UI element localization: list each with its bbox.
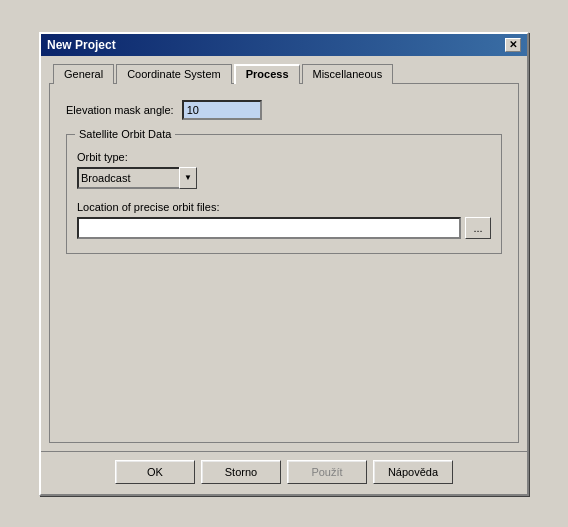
main-window: New Project ✕ General Coordinate System … — [39, 32, 529, 496]
tab-miscellaneous[interactable]: Miscellaneous — [302, 64, 394, 84]
satellite-orbit-group: Satellite Orbit Data Orbit type: Broadca… — [66, 134, 502, 254]
location-label: Location of precise orbit files: — [77, 201, 491, 213]
group-legend: Satellite Orbit Data — [75, 128, 175, 140]
browse-button[interactable]: ... — [465, 217, 491, 239]
ok-button[interactable]: OK — [115, 460, 195, 484]
orbit-type-row: Broadcast Precise ▼ — [77, 167, 491, 189]
elevation-mask-row: Elevation mask angle: — [66, 100, 502, 120]
group-content: Orbit type: Broadcast Precise ▼ Location… — [77, 151, 491, 239]
location-input[interactable] — [77, 217, 461, 239]
orbit-type-select[interactable]: Broadcast Precise — [77, 167, 197, 189]
tab-coordinate-system[interactable]: Coordinate System — [116, 64, 232, 84]
elevation-mask-label: Elevation mask angle: — [66, 104, 174, 116]
elevation-mask-input[interactable] — [182, 100, 262, 120]
help-button[interactable]: Nápověda — [373, 460, 453, 484]
title-bar: New Project ✕ — [41, 34, 527, 56]
tab-bar: General Coordinate System Process Miscel… — [49, 64, 519, 84]
content-area: General Coordinate System Process Miscel… — [41, 56, 527, 451]
location-row: ... — [77, 217, 491, 239]
footer: OK Storno Použít Nápověda — [41, 451, 527, 494]
cancel-button[interactable]: Storno — [201, 460, 281, 484]
tab-process[interactable]: Process — [234, 64, 300, 84]
window-title: New Project — [47, 38, 116, 52]
orbit-type-dropdown-wrapper: Broadcast Precise ▼ — [77, 167, 197, 189]
tab-general[interactable]: General — [53, 64, 114, 84]
apply-button[interactable]: Použít — [287, 460, 367, 484]
close-button[interactable]: ✕ — [505, 38, 521, 52]
orbit-type-label: Orbit type: — [77, 151, 491, 163]
tab-content-process: Elevation mask angle: Satellite Orbit Da… — [49, 83, 519, 443]
